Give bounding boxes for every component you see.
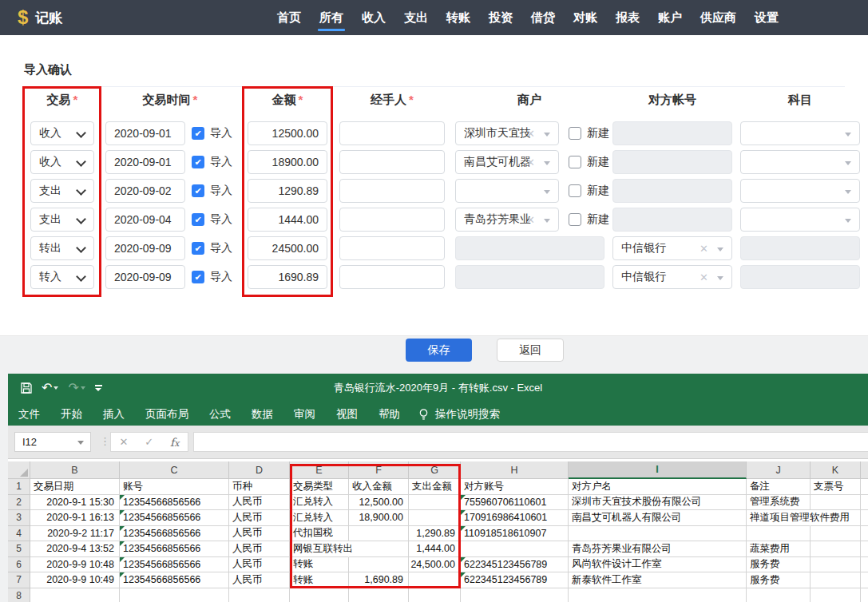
column-header-G[interactable]: G (409, 461, 461, 479)
cell-E5[interactable]: 网银互联转出 (290, 541, 349, 557)
transaction-date-input[interactable]: 2020-09-02 (105, 179, 185, 203)
cell-I5[interactable]: 青岛芬芳果业有限公司 (569, 541, 747, 557)
row-number-3[interactable]: 3 (8, 510, 30, 526)
clear-icon[interactable]: ✕ (700, 271, 708, 283)
cell-D7[interactable]: 人民币 (229, 572, 290, 588)
nav-item-投资[interactable]: 投资 (487, 0, 514, 35)
amount-input[interactable]: 12500.00 (248, 121, 327, 145)
cell-H8[interactable] (461, 588, 569, 602)
amount-input[interactable]: 1690.89 (248, 265, 327, 289)
row-number-8[interactable]: 8 (8, 588, 30, 602)
clear-icon[interactable]: ✕ (526, 214, 535, 226)
ribbon-tab-视图[interactable]: 视图 (326, 402, 368, 426)
row-number-5[interactable]: 5 (8, 541, 30, 557)
cell-G7[interactable] (409, 572, 461, 588)
cell-J7[interactable]: 服务费 (747, 572, 811, 588)
cell-B4[interactable]: 2020-9-2 11:17 (30, 526, 120, 542)
cell-B7[interactable]: 2020-9-9 10:49 (30, 572, 120, 588)
cell-B5[interactable]: 2020-9-4 13:52 (30, 541, 120, 557)
counterparty-account-select[interactable]: 中信银行✕ (612, 265, 732, 289)
handler-input[interactable] (339, 121, 445, 145)
formula-bar-handle[interactable]: ⋮ (100, 435, 111, 447)
name-box-dropdown-icon[interactable] (77, 441, 84, 445)
new-merchant-checkbox[interactable]: 新建 (569, 208, 609, 232)
nav-item-设置[interactable]: 设置 (753, 0, 780, 35)
cell-K2[interactable] (811, 495, 861, 511)
row-number-6[interactable]: 6 (8, 557, 30, 573)
cell-G4[interactable]: 1,290.89 (409, 526, 461, 542)
cell-J4[interactable] (747, 526, 811, 542)
cell-F1[interactable]: 收入金额 (349, 479, 409, 495)
category-select[interactable] (740, 179, 860, 203)
nav-item-支出[interactable]: 支出 (402, 0, 430, 35)
cell-J5[interactable]: 蔬菜费用 (747, 541, 811, 557)
cell-C2[interactable]: 12354566856566 (120, 495, 229, 511)
save-button[interactable]: 保存 (406, 339, 472, 362)
new-merchant-checkbox[interactable]: 新建 (569, 121, 609, 145)
clear-icon[interactable]: ✕ (526, 128, 535, 140)
column-header-I[interactable]: I (569, 461, 747, 479)
cell-G1[interactable]: 支出金额 (409, 479, 461, 495)
cell-J1[interactable]: 备注 (747, 479, 811, 495)
row-number-4[interactable]: 4 (8, 526, 30, 542)
cell-H2[interactable]: 755960706110601 (461, 495, 569, 511)
cell-I3[interactable]: 南昌艾可机器人有限公司 (569, 510, 747, 526)
cell-F8[interactable] (349, 588, 409, 602)
cell-D2[interactable]: 人民币 (229, 495, 290, 511)
column-header-J[interactable]: J (747, 461, 811, 479)
row-number-7[interactable]: 7 (8, 572, 30, 588)
cell-B1[interactable]: 交易日期 (30, 479, 120, 495)
cell-F6[interactable] (349, 557, 409, 573)
ribbon-tab-开始[interactable]: 开始 (50, 402, 93, 426)
ribbon-tab-帮助[interactable]: 帮助 (368, 402, 410, 426)
amount-input[interactable]: 24500.00 (248, 236, 327, 260)
handler-input[interactable] (339, 265, 445, 289)
transaction-date-input[interactable]: 2020-09-01 (105, 121, 185, 145)
amount-input[interactable]: 1290.89 (248, 179, 327, 203)
transaction-type-select[interactable]: 收入 (30, 150, 94, 174)
cell-B2[interactable]: 2020-9-1 15:30 (30, 495, 120, 511)
cell-J8[interactable] (747, 588, 811, 602)
new-merchant-checkbox-box[interactable] (569, 156, 581, 168)
cell-K6[interactable] (811, 557, 861, 573)
row-number-2[interactable]: 2 (8, 495, 30, 511)
import-checkbox-box[interactable]: ✔ (192, 242, 204, 255)
import-checkbox[interactable]: ✔导入 (192, 121, 232, 145)
nav-item-首页[interactable]: 首页 (275, 0, 303, 35)
cell-I2[interactable]: 深圳市天宜技术股份有限公司 (569, 495, 747, 511)
ribbon-tab-文件[interactable]: 文件 (8, 402, 50, 426)
import-checkbox[interactable]: ✔导入 (192, 236, 232, 260)
nav-item-账户[interactable]: 账户 (656, 0, 684, 35)
undo-icon[interactable]: ↶ (42, 382, 58, 394)
cell-E6[interactable]: 转账 (290, 557, 349, 573)
redo-icon[interactable]: ↷ (68, 382, 85, 394)
cell-C3[interactable]: 12354566856566 (120, 510, 229, 526)
column-header-C[interactable]: C (120, 461, 229, 479)
transaction-date-input[interactable]: 2020-09-09 (105, 265, 185, 289)
transaction-type-select[interactable]: 支出 (30, 179, 94, 203)
merchant-select[interactable]: 深圳市天宜技✕ (455, 121, 559, 145)
category-select[interactable] (740, 150, 860, 174)
column-header-E[interactable]: E (290, 461, 349, 479)
transaction-date-input[interactable]: 2020-09-04 (105, 208, 185, 232)
cell-H5[interactable] (461, 541, 569, 557)
cell-F4[interactable] (349, 526, 409, 542)
cell-B8[interactable] (30, 588, 120, 602)
cell-D8[interactable] (229, 588, 290, 602)
cell-E1[interactable]: 交易类型 (290, 479, 349, 495)
cell-F2[interactable]: 12,500.00 (349, 495, 409, 511)
import-checkbox-box[interactable]: ✔ (192, 271, 204, 283)
save-icon[interactable] (21, 382, 32, 394)
cell-F3[interactable]: 18,900.00 (349, 510, 409, 526)
cell-E3[interactable]: 汇兑转入 (290, 510, 349, 526)
customize-quick-access-icon[interactable] (95, 385, 102, 391)
cell-C1[interactable]: 账号 (120, 479, 229, 495)
cell-C4[interactable]: 12354566856566 (120, 526, 229, 542)
column-header-F[interactable]: F (349, 461, 409, 479)
import-checkbox[interactable]: ✔导入 (192, 265, 232, 289)
cell-I7[interactable]: 新泰软件工作室 (569, 572, 747, 588)
nav-item-对账[interactable]: 对账 (572, 0, 599, 35)
row-number-1[interactable]: 1 (8, 479, 30, 495)
transaction-type-select[interactable]: 转出 (30, 236, 94, 260)
insert-function-icon[interactable]: fx (170, 436, 179, 449)
